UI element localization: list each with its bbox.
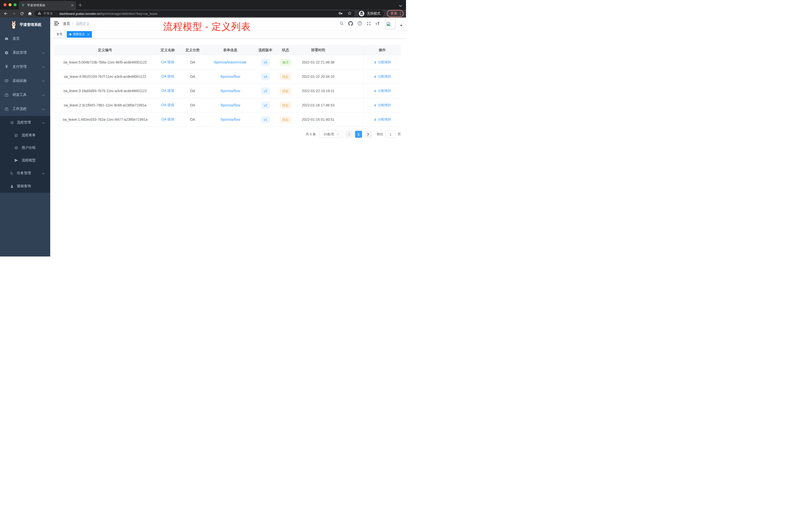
reload-button[interactable] xyxy=(19,10,25,17)
favicon-plant-icon xyxy=(21,3,25,8)
deploy-time: 2022-01-22 19:19:11 xyxy=(295,84,342,98)
sidebar-item-label: 流程管理 xyxy=(17,120,31,125)
user-icon xyxy=(374,118,377,121)
window-minimize-button[interactable] xyxy=(8,3,11,6)
tab-close-icon[interactable] xyxy=(71,3,74,7)
search-icon[interactable] xyxy=(340,21,344,27)
sidebar-item-process-form[interactable]: 流程表单 xyxy=(0,129,50,142)
window-close-button[interactable] xyxy=(3,3,6,6)
assign-rule-link[interactable]: 分配规则 xyxy=(374,103,391,108)
sidebar-item-dev-tools[interactable]: 研发工具 xyxy=(0,88,50,102)
tag-close-icon[interactable] xyxy=(87,33,89,36)
sidebar-logo[interactable]: 芋道管理系统 xyxy=(0,18,50,32)
definition-name-link[interactable]: OA 请假 xyxy=(161,74,174,79)
sidebar-item-home[interactable]: 首页 xyxy=(0,32,50,46)
sidebar-item-task-management[interactable]: 任务管理 xyxy=(0,167,50,180)
sidebar-item-user-group[interactable]: 用户分组 xyxy=(0,142,50,154)
sidebar-item-payment[interactable]: ¥ 支付管理 xyxy=(0,60,50,74)
back-button[interactable] xyxy=(2,10,9,17)
help-icon[interactable] xyxy=(357,21,362,27)
breadcrumb-current: 流程定义 xyxy=(76,22,90,26)
sidebar-item-label: 系统管理 xyxy=(12,51,27,55)
update-button[interactable]: 更新 xyxy=(387,10,404,17)
tab-search-chevron-icon[interactable] xyxy=(399,3,402,8)
omnibox-divider xyxy=(56,12,56,15)
tag-process-definition[interactable]: 流程定义 xyxy=(67,31,92,38)
status-badge: 挂起 xyxy=(280,88,291,94)
main-panel: 流程模型 - 定义列表 首页 / 流程定义 xyxy=(50,18,406,256)
sidebar-item-process-model[interactable]: 流程模型 xyxy=(0,154,50,167)
deploy-time: 2022-01-22 21:48:38 xyxy=(295,55,342,69)
sidebar-fold-icon[interactable] xyxy=(54,21,59,27)
avatar-caret-icon[interactable] xyxy=(400,25,403,26)
goto-page-input[interactable] xyxy=(385,131,396,138)
definition-category: OA xyxy=(179,84,206,98)
app-title: 芋道管理系统 xyxy=(20,22,41,27)
browser-tab[interactable]: 芋道管理系统 xyxy=(19,1,76,9)
prev-page-button[interactable] xyxy=(346,131,352,138)
sidebar-item-label: 基础设施 xyxy=(12,79,27,83)
window-zoom-button[interactable] xyxy=(13,3,17,6)
table-row: oa_leave:5:004b710b-7b8a-11ec-8ef0-acde4… xyxy=(54,55,401,69)
form-link[interactable]: /bpm/oa/flow xyxy=(220,117,240,121)
page-size-select[interactable]: 10条/页 xyxy=(319,131,343,138)
bookmark-star-icon[interactable] xyxy=(348,11,352,16)
chevron-down-icon xyxy=(42,51,45,55)
assign-rule-link[interactable]: 分配规则 xyxy=(374,89,391,93)
toolbox-icon xyxy=(4,93,8,97)
definition-name-link[interactable]: OA 请假 xyxy=(161,103,174,108)
new-tab-button[interactable] xyxy=(79,3,82,8)
address-bar[interactable]: 不安全 dashboard.yudao.iocoder.cn/bpm/manag… xyxy=(35,10,355,17)
sidebar-item-system[interactable]: 系统管理 xyxy=(0,46,50,60)
security-warning-icon[interactable] xyxy=(38,11,41,16)
status-badge: 激活 xyxy=(280,59,291,66)
definition-name-link[interactable]: OA 请假 xyxy=(161,89,174,93)
breadcrumb-separator: / xyxy=(72,22,73,26)
person-icon xyxy=(10,184,14,188)
pagination: 共 5 条 10条/页 1 前往 页 xyxy=(54,131,401,138)
sidebar-item-infrastructure[interactable]: 基础设施 xyxy=(0,74,50,88)
security-label[interactable]: 不安全 xyxy=(43,11,53,16)
tag-home[interactable]: 首页 xyxy=(54,31,65,38)
definition-name-link[interactable]: OA 请假 xyxy=(161,117,174,122)
assign-rule-link[interactable]: 分配规则 xyxy=(374,117,391,122)
form-link[interactable]: /bpm/oa/flow xyxy=(220,89,240,93)
sidebar-item-label: 研发工具 xyxy=(12,93,27,97)
user-icon xyxy=(374,75,377,78)
page-annotation: 流程模型 - 定义列表 xyxy=(163,20,251,33)
form-link[interactable]: /bpm/oa/flow xyxy=(220,74,240,79)
select-caret-icon xyxy=(337,134,339,135)
github-icon[interactable] xyxy=(348,21,353,27)
broken-image-icon xyxy=(386,21,391,26)
assign-rule-link[interactable]: 分配规则 xyxy=(374,60,391,64)
form-link[interactable]: /bpm/oa/flow xyxy=(220,103,240,107)
password-key-icon[interactable] xyxy=(339,11,343,16)
chevron-down-icon xyxy=(42,171,45,175)
table-header: 定义编号 定义名称 定义分类 表单信息 流程版本 状态 部署时间 操作 xyxy=(54,45,401,55)
home-button[interactable] xyxy=(27,10,33,17)
page-suffix-label: 页 xyxy=(398,132,401,137)
window-controls[interactable] xyxy=(3,3,17,6)
definition-name-link[interactable]: OA 请假 xyxy=(161,60,174,64)
sidebar-item-label: 工作流程 xyxy=(12,107,27,111)
breadcrumb-home[interactable]: 首页 xyxy=(63,22,70,26)
browser-menu-icon[interactable] xyxy=(400,12,401,15)
sidebar-item-process-management[interactable]: 流程管理 xyxy=(0,116,50,129)
next-page-button[interactable] xyxy=(365,131,372,138)
avatar[interactable] xyxy=(385,19,396,29)
page-number-current[interactable]: 1 xyxy=(355,131,362,138)
forward-button[interactable] xyxy=(10,10,17,17)
form-link[interactable]: /bpm/oa/leave/create xyxy=(214,60,247,64)
url-text[interactable]: dashboard.yudao.iocoder.cn/bpm/manager/d… xyxy=(59,12,157,16)
definition-id: oa_leave:4:991f2193-7b7f-11ec-a3c8-acde4… xyxy=(54,69,156,84)
gear-icon xyxy=(4,51,8,55)
yen-icon: ¥ xyxy=(4,64,8,69)
fullscreen-icon[interactable] xyxy=(367,21,371,27)
paper-plane-icon xyxy=(14,158,18,162)
definition-id: oa_leave:3:1fad3d93-7b75-11ec-a3c8-acde4… xyxy=(54,84,156,98)
robot-face-icon xyxy=(14,146,18,150)
assign-rule-link[interactable]: 分配规则 xyxy=(374,74,391,79)
sidebar-item-leave-query[interactable]: 请假查询 xyxy=(0,180,50,193)
sidebar-item-workflow[interactable]: 工作流程 xyxy=(0,102,50,116)
font-size-icon[interactable]: TT xyxy=(375,22,380,26)
